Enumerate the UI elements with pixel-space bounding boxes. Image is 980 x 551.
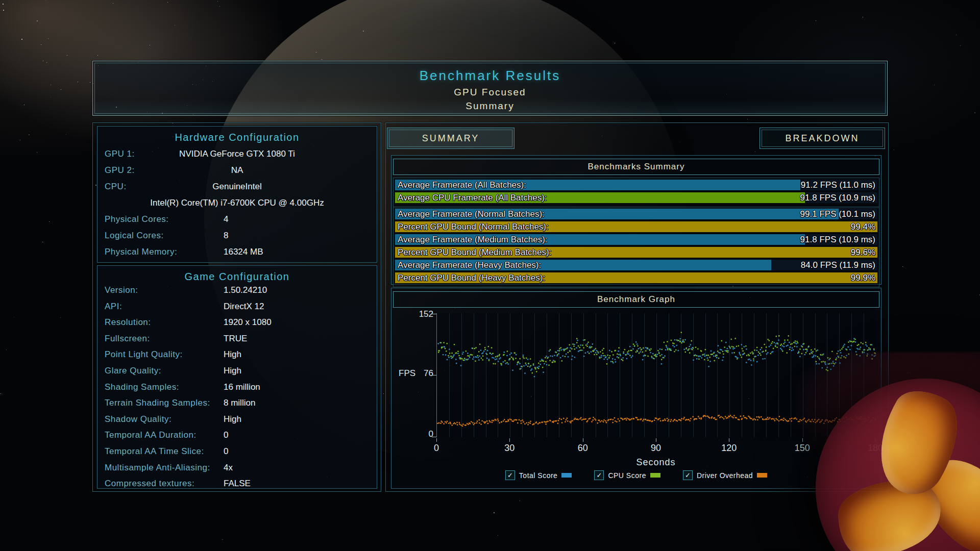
star bbox=[217, 1, 218, 2]
legend-swatch bbox=[650, 473, 660, 478]
star bbox=[6, 349, 7, 350]
benchmark-graph-title: Benchmark Graph bbox=[393, 291, 879, 308]
x-tick bbox=[656, 438, 656, 442]
legend-checkbox[interactable]: ✓ bbox=[505, 470, 515, 480]
config-row: Multisample Anti-Aliasing:4x bbox=[97, 460, 377, 476]
summary-row: Percent GPU Bound (Heavy Batches):99.9% bbox=[395, 272, 877, 283]
summary-row: Average Framerate (Normal Batches):99.1 … bbox=[395, 209, 877, 219]
legend-swatch bbox=[561, 473, 572, 478]
star bbox=[863, 17, 863, 17]
benchmark-type-label: GPU Focused bbox=[93, 87, 887, 98]
tab-breakdown[interactable]: BREAKDOWN bbox=[760, 128, 885, 149]
bar-label: Average Framerate (Normal Batches): bbox=[398, 209, 545, 219]
star bbox=[37, 20, 38, 21]
config-row: Compressed textures:FALSE bbox=[97, 475, 377, 492]
hardware-configuration-panel: Hardware Configuration GPU 1:NVIDIA GeFo… bbox=[97, 126, 377, 263]
star bbox=[3, 10, 4, 11]
x-tick-label: 0 bbox=[421, 443, 452, 454]
bar-value: 91.8 FPS (10.9 ms) bbox=[800, 235, 875, 245]
star bbox=[908, 372, 908, 373]
config-row: Version:1.50.24210 bbox=[97, 282, 377, 298]
config-label: Shading Samples: bbox=[105, 382, 179, 392]
config-value: 4x bbox=[224, 463, 372, 473]
star bbox=[37, 152, 37, 153]
star bbox=[29, 134, 30, 135]
star bbox=[902, 266, 903, 267]
y-tick bbox=[432, 375, 436, 375]
config-row: Shading Samples:16 million bbox=[97, 379, 377, 395]
star bbox=[97, 55, 98, 56]
benchmark-results-screen: { "title": {"main": "Benchmark Results",… bbox=[0, 0, 980, 551]
x-tick-label: 60 bbox=[568, 443, 598, 454]
config-label: Compressed textures: bbox=[105, 479, 194, 489]
x-tick bbox=[802, 438, 803, 442]
config-row: GPU 1:NVIDIA GeForce GTX 1080 Ti bbox=[97, 146, 377, 162]
config-value: 8 bbox=[224, 231, 372, 241]
config-value: 0 bbox=[224, 430, 372, 440]
config-value: NVIDIA GeForce GTX 1080 Ti bbox=[97, 149, 377, 159]
config-value: 0 bbox=[224, 446, 372, 457]
benchmarks-summary-title: Benchmarks Summary bbox=[393, 159, 879, 175]
summary-row: Percent GPU Bound (Medium Batches):99.6% bbox=[395, 247, 877, 258]
x-axis-title: Seconds bbox=[436, 457, 875, 468]
star bbox=[974, 112, 975, 113]
star bbox=[1, 393, 1, 394]
bar-label: Average CPU Framerate (All Batches): bbox=[398, 193, 547, 203]
config-value: FALSE bbox=[224, 479, 372, 489]
bar-value: 99.6% bbox=[851, 247, 875, 258]
config-label: Terrain Shading Samples: bbox=[105, 398, 210, 408]
star bbox=[816, 20, 816, 21]
star bbox=[520, 500, 520, 501]
summary-group-batch-sizes: Average Framerate (Normal Batches):99.1 … bbox=[393, 207, 879, 287]
star bbox=[498, 535, 498, 536]
config-value: 4 bbox=[224, 214, 372, 224]
config-value: 8 million bbox=[224, 398, 372, 408]
x-tick-label: 180 bbox=[860, 443, 891, 454]
x-tick bbox=[729, 438, 729, 442]
config-value: 16324 MB bbox=[224, 247, 372, 257]
config-label: Multisample Anti-Aliasing: bbox=[105, 463, 210, 473]
bar-label: Percent GPU Bound (Medium Batches): bbox=[398, 247, 551, 258]
star bbox=[383, 393, 384, 394]
star bbox=[42, 242, 43, 242]
config-row: Terrain Shading Samples:8 million bbox=[97, 395, 377, 411]
star bbox=[51, 97, 51, 97]
view-mode-label: Summary bbox=[93, 101, 887, 112]
star bbox=[78, 82, 78, 82]
star bbox=[48, 38, 48, 39]
config-label: Resolution: bbox=[105, 317, 151, 328]
config-row: CPU:GenuineIntel bbox=[97, 179, 377, 195]
config-label: Point Light Quality: bbox=[105, 349, 183, 360]
config-row: Fullscreen:TRUE bbox=[97, 331, 377, 347]
star bbox=[175, 25, 175, 26]
tab-summary[interactable]: SUMMARY bbox=[387, 128, 514, 149]
config-row: Glare Quality:High bbox=[97, 363, 377, 379]
summary-row: Average Framerate (Heavy Batches):84.0 F… bbox=[395, 260, 877, 270]
bar-label: Average Framerate (All Batches): bbox=[398, 180, 526, 190]
star bbox=[956, 35, 957, 35]
star bbox=[316, 52, 316, 53]
config-label: Temporal AA Time Slice: bbox=[105, 446, 204, 457]
y-axis-mid-label: 76 bbox=[397, 368, 433, 379]
config-label: Temporal AA Duration: bbox=[105, 430, 197, 440]
legend-checkbox[interactable]: ✓ bbox=[683, 470, 693, 480]
config-label: Fullscreen: bbox=[105, 334, 150, 344]
x-tick bbox=[436, 438, 437, 442]
summary-row: Average Framerate (Medium Batches):91.8 … bbox=[395, 234, 877, 245]
config-label: Version: bbox=[105, 285, 138, 295]
star bbox=[894, 149, 894, 150]
star bbox=[908, 432, 909, 433]
config-value: GenuineIntel bbox=[97, 182, 377, 192]
summary-group-all-batches: Average Framerate (All Batches):91.2 FPS… bbox=[393, 178, 879, 208]
x-tick-label: 30 bbox=[494, 443, 525, 454]
star bbox=[113, 3, 113, 4]
star bbox=[41, 44, 41, 45]
config-value: 16 million bbox=[224, 382, 372, 392]
benchmark-graph-panel: Benchmark Graph 152 FPS 76 0 03060901201… bbox=[391, 288, 881, 489]
legend-checkbox[interactable]: ✓ bbox=[594, 470, 604, 480]
star bbox=[363, 31, 364, 32]
game-configuration-panel: Game Configuration Version:1.50.24210API… bbox=[97, 265, 377, 489]
config-value: NA bbox=[97, 165, 377, 176]
config-row: Intel(R) Core(TM) i7-6700K CPU @ 4.00GHz bbox=[97, 195, 377, 211]
results-header-panel: Benchmark Results GPU Focused Summary bbox=[92, 61, 888, 116]
